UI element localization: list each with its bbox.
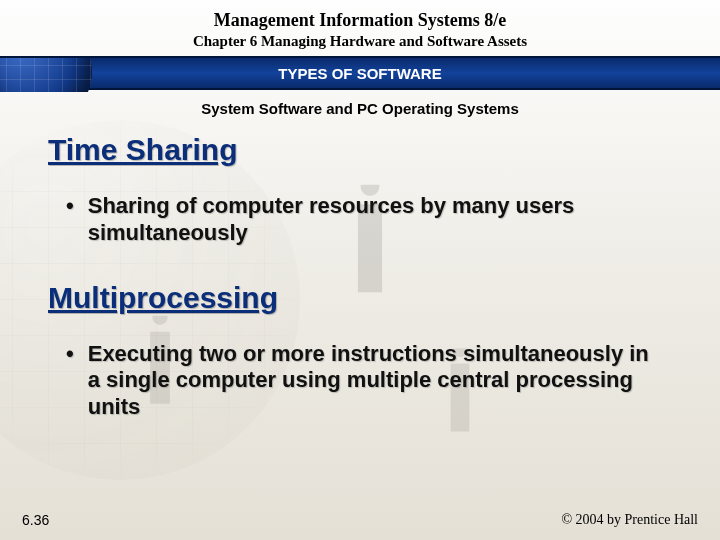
header: Management Information Systems 8/e Chapt… bbox=[0, 0, 720, 50]
title-band: TYPES OF SOFTWARE bbox=[0, 56, 720, 90]
topic-heading: Multiprocessing bbox=[48, 281, 672, 315]
footer: 6.36 © 2004 by Prentice Hall bbox=[0, 512, 720, 528]
bullet-text: Executing two or more instructions simul… bbox=[88, 341, 654, 421]
bullet-item: • Executing two or more instructions sim… bbox=[48, 341, 672, 421]
slide-number: 6.36 bbox=[22, 512, 49, 528]
bullet-icon: • bbox=[66, 193, 74, 247]
content-area: Time Sharing • Sharing of computer resou… bbox=[0, 133, 720, 421]
subsection-title: System Software and PC Operating Systems bbox=[0, 100, 720, 117]
chapter-title: Chapter 6 Managing Hardware and Software… bbox=[0, 33, 720, 50]
bullet-item: • Sharing of computer resources by many … bbox=[48, 193, 672, 247]
topic-heading: Time Sharing bbox=[48, 133, 672, 167]
bullet-icon: • bbox=[66, 341, 74, 421]
copyright-text: © 2004 by Prentice Hall bbox=[561, 512, 698, 528]
bullet-text: Sharing of computer resources by many us… bbox=[88, 193, 654, 247]
slide: Management Information Systems 8/e Chapt… bbox=[0, 0, 720, 540]
section-title: TYPES OF SOFTWARE bbox=[278, 65, 441, 82]
book-title: Management Information Systems 8/e bbox=[0, 10, 720, 31]
